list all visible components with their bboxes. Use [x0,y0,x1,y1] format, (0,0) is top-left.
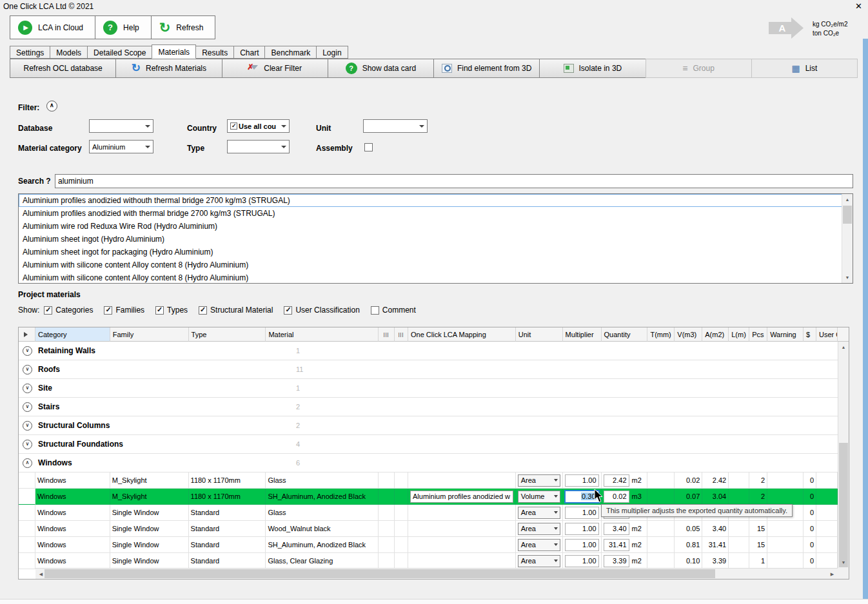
scroll-up-icon[interactable]: ▲ [838,342,849,353]
cell-l[interactable] [729,521,749,537]
result-item[interactable]: Aluminium profiles anodizied with therma… [19,207,853,220]
cell-category[interactable]: Windows [35,472,110,489]
multiplier-input[interactable]: 1.00 [565,539,599,551]
cell-type[interactable]: Standard [189,537,266,553]
cell-category[interactable]: Windows [35,489,110,505]
cell-cost[interactable]: 0 [804,521,816,537]
cell-warning[interactable] [767,521,804,537]
cell-flag-2[interactable] [395,472,408,489]
refresh-materials-button[interactable]: ↻ Refresh Materials [115,59,222,78]
cell-mapping[interactable] [408,553,516,569]
isolate-3d-button[interactable]: Isolate in 3D [539,59,646,78]
chevron-down-icon[interactable] [143,141,153,153]
col-warning[interactable]: Warning [767,327,804,342]
categories-checkbox[interactable] [44,306,52,315]
col-pcs[interactable]: Pcs [749,327,767,342]
lca-in-cloud-button[interactable]: ▶ LCA in Cloud [10,15,95,39]
cell-type[interactable]: Standard [189,521,266,537]
cell-pcs[interactable]: 15 [749,521,767,537]
cell-t[interactable] [647,472,675,489]
cell-flag-1[interactable] [379,537,395,553]
result-item[interactable]: Aluminium sheet ingot (Hydro Aluminium) [19,233,853,246]
chevron-down-icon[interactable] [143,120,153,132]
col-material[interactable]: Material [266,327,379,342]
cell-flag-1[interactable] [379,521,395,537]
cell-type[interactable]: 1180 x 1170mm [189,472,266,489]
cell-category[interactable]: Windows [35,505,110,521]
use-all-countries-checkbox[interactable] [230,122,237,130]
scroll-down-icon[interactable]: ▼ [842,272,853,283]
results-scrollbar[interactable]: ▲ ▼ [842,194,853,283]
unit-select[interactable]: Area [518,507,560,519]
cell-flag-1[interactable] [379,489,395,505]
multiplier-input[interactable]: 1.00 [565,555,599,567]
cell-user[interactable] [816,489,838,505]
cell-cost[interactable]: 0 [804,553,816,569]
collapse-icon[interactable] [23,458,32,468]
cell-family[interactable]: Single Window [110,521,189,537]
expand-icon[interactable] [23,365,32,375]
tab-results[interactable]: Results [195,46,234,59]
cell-l[interactable] [729,553,749,569]
cell-l[interactable] [729,472,749,489]
database-select[interactable] [89,119,153,133]
quantity-input[interactable]: 0.02 [604,491,629,503]
mapping-value-box[interactable]: Aluminium profiles anodizied w [410,491,513,503]
assembly-checkbox[interactable] [364,143,373,151]
close-icon[interactable]: ✕ [855,1,862,11]
user-classification-checkbox[interactable] [284,306,292,315]
unit-filter-select[interactable] [363,119,428,133]
refresh-ocl-database-button[interactable]: Refresh OCL database [10,59,116,78]
unit-select[interactable]: Volume [518,491,560,503]
material-category-select[interactable]: Aluminium [89,140,153,153]
unit-select[interactable]: Area [518,474,560,487]
unit-select[interactable]: Area [518,539,560,551]
cell-a[interactable]: 31.41 [702,537,729,553]
cell-material[interactable]: Glass [266,472,379,489]
expand-icon[interactable] [23,384,32,393]
multiplier-input[interactable]: 1.00 [565,474,599,487]
cell-flag-2[interactable] [395,521,408,537]
cell-cost[interactable]: 0 [804,505,816,521]
group-row-structural-columns[interactable]: Structural Columns 2 [19,416,838,435]
scrollbar-thumb[interactable] [843,206,852,224]
cell-pcs[interactable]: 2 [749,472,767,489]
tab-detailed-scope[interactable]: Detailed Scope [87,46,152,59]
tab-materials[interactable]: Materials [152,44,196,59]
cell-a[interactable]: 3.40 [702,521,729,537]
group-row-site[interactable]: Site 1 [19,379,838,398]
cell-material[interactable]: Glass [266,505,379,521]
group-row-roofs[interactable]: Roofs 11 [19,360,838,379]
col-a-m2[interactable]: A(m2) [702,327,729,342]
col-l-m[interactable]: L(m) [729,327,749,342]
cell-family[interactable]: M_Skylight [110,472,189,489]
scroll-down-icon[interactable]: ▼ [838,557,849,568]
cell-flag-2[interactable] [395,553,408,569]
result-item[interactable]: Aluminium with silicone content Alloy co… [19,258,853,271]
expand-icon[interactable] [23,346,32,356]
cell-v[interactable]: 0.07 [675,489,702,505]
scroll-right-icon[interactable]: ▶ [827,569,838,580]
col-category[interactable]: Category [35,327,110,342]
find-element-3d-button[interactable]: Find element from 3D [433,59,540,78]
cell-material[interactable]: Glass, Clear Glazing [266,553,379,569]
col-v-m3[interactable]: V(m3) [675,327,702,342]
structural-material-checkbox[interactable] [199,306,207,315]
unit-select[interactable]: Area [518,523,560,535]
col-user-classification[interactable]: User Cla [816,327,838,342]
type-select[interactable] [227,140,290,153]
tab-settings[interactable]: Settings [10,46,50,59]
refresh-button[interactable]: ↻ Refresh [151,15,216,39]
comment-checkbox[interactable] [371,306,379,315]
quantity-input[interactable]: 2.42 [604,474,629,487]
result-item[interactable]: Aluminium with silicone content Alloy co… [19,271,853,284]
expand-icon[interactable] [23,421,32,431]
cell-material[interactable]: Wood_Walnut black [266,521,379,537]
cell-type[interactable]: Standard [189,553,266,569]
cell-category[interactable]: Windows [35,537,110,553]
cell-t[interactable] [647,489,675,505]
cell-flag-2[interactable] [395,505,408,521]
cell-type[interactable]: 1180 x 1170mm [189,489,266,505]
cell-user[interactable] [816,472,838,489]
cell-flag-1[interactable] [379,553,395,569]
